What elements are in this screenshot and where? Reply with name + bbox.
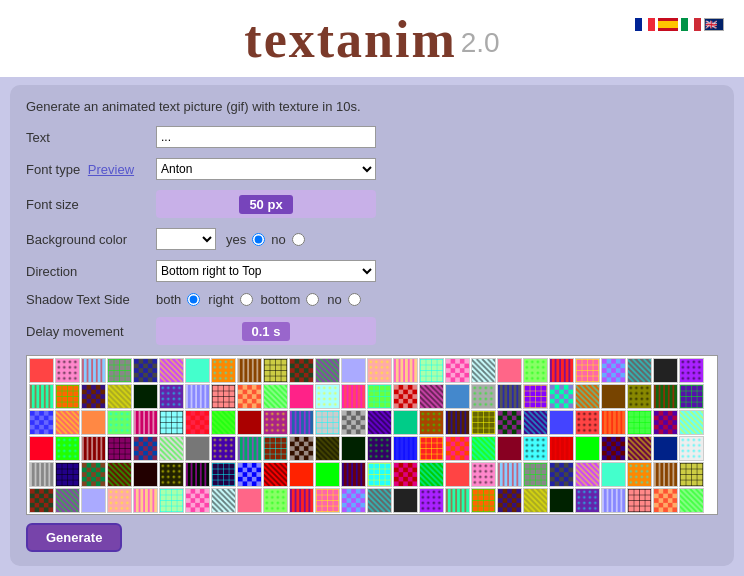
texture-cell[interactable]: [393, 488, 418, 513]
texture-cell[interactable]: [523, 410, 548, 435]
texture-cell[interactable]: [393, 410, 418, 435]
texture-cell[interactable]: [107, 358, 132, 383]
texture-cell[interactable]: [445, 410, 470, 435]
bg-color-select[interactable]: [156, 228, 216, 250]
texture-cell[interactable]: [211, 436, 236, 461]
texture-cell[interactable]: [211, 358, 236, 383]
texture-cell[interactable]: [185, 384, 210, 409]
texture-cell[interactable]: [497, 488, 522, 513]
texture-cell[interactable]: [367, 436, 392, 461]
texture-cell[interactable]: [185, 462, 210, 487]
texture-grid-container[interactable]: [26, 355, 718, 515]
texture-cell[interactable]: [263, 462, 288, 487]
texture-cell[interactable]: [549, 410, 574, 435]
texture-cell[interactable]: [679, 436, 704, 461]
texture-cell[interactable]: [107, 462, 132, 487]
texture-cell[interactable]: [575, 384, 600, 409]
texture-cell[interactable]: [133, 436, 158, 461]
texture-cell[interactable]: [445, 358, 470, 383]
texture-cell[interactable]: [653, 462, 678, 487]
texture-cell[interactable]: [55, 384, 80, 409]
texture-cell[interactable]: [601, 462, 626, 487]
texture-cell[interactable]: [341, 488, 366, 513]
texture-cell[interactable]: [55, 488, 80, 513]
texture-cell[interactable]: [341, 462, 366, 487]
texture-cell[interactable]: [653, 384, 678, 409]
texture-cell[interactable]: [29, 514, 54, 515]
texture-cell[interactable]: [601, 384, 626, 409]
texture-cell[interactable]: [419, 436, 444, 461]
texture-cell[interactable]: [393, 462, 418, 487]
texture-cell[interactable]: [211, 514, 236, 515]
texture-cell[interactable]: [393, 384, 418, 409]
shadow-both-radio[interactable]: [187, 293, 200, 306]
texture-cell[interactable]: [575, 410, 600, 435]
texture-cell[interactable]: [81, 358, 106, 383]
shadow-no-radio[interactable]: [348, 293, 361, 306]
texture-cell[interactable]: [159, 488, 184, 513]
texture-cell[interactable]: [289, 436, 314, 461]
texture-cell[interactable]: [315, 462, 340, 487]
texture-cell[interactable]: [627, 436, 652, 461]
texture-cell[interactable]: [497, 436, 522, 461]
texture-cell[interactable]: [81, 462, 106, 487]
texture-cell[interactable]: [81, 514, 106, 515]
texture-cell[interactable]: [29, 488, 54, 513]
texture-cell[interactable]: [471, 384, 496, 409]
texture-cell[interactable]: [653, 436, 678, 461]
flag-it[interactable]: [681, 18, 701, 31]
texture-cell[interactable]: [523, 488, 548, 513]
texture-cell[interactable]: [679, 462, 704, 487]
texture-cell[interactable]: [419, 358, 444, 383]
texture-cell[interactable]: [237, 358, 262, 383]
texture-cell[interactable]: [289, 384, 314, 409]
flag-es[interactable]: [658, 18, 678, 31]
texture-cell[interactable]: [159, 436, 184, 461]
text-input[interactable]: [156, 126, 376, 148]
texture-cell[interactable]: [679, 384, 704, 409]
texture-cell[interactable]: [367, 410, 392, 435]
texture-cell[interactable]: [367, 462, 392, 487]
texture-cell[interactable]: [419, 488, 444, 513]
texture-cell[interactable]: [289, 514, 314, 515]
texture-cell[interactable]: [237, 488, 262, 513]
texture-cell[interactable]: [549, 358, 574, 383]
texture-cell[interactable]: [445, 436, 470, 461]
texture-cell[interactable]: [523, 462, 548, 487]
texture-cell[interactable]: [575, 436, 600, 461]
texture-cell[interactable]: [185, 488, 210, 513]
texture-cell[interactable]: [627, 384, 652, 409]
direction-select[interactable]: Bottom right to Top Left to Right Right …: [156, 260, 376, 282]
texture-cell[interactable]: [133, 488, 158, 513]
texture-cell[interactable]: [627, 358, 652, 383]
texture-cell[interactable]: [133, 514, 158, 515]
texture-cell[interactable]: [289, 488, 314, 513]
texture-cell[interactable]: [211, 410, 236, 435]
texture-cell[interactable]: [29, 410, 54, 435]
texture-cell[interactable]: [601, 410, 626, 435]
texture-cell[interactable]: [679, 488, 704, 513]
texture-cell[interactable]: [107, 384, 132, 409]
texture-cell[interactable]: [211, 488, 236, 513]
texture-cell[interactable]: [29, 462, 54, 487]
texture-cell[interactable]: [133, 384, 158, 409]
flag-en[interactable]: [704, 18, 724, 31]
texture-cell[interactable]: [81, 436, 106, 461]
texture-cell[interactable]: [653, 410, 678, 435]
texture-cell[interactable]: [263, 514, 288, 515]
texture-cell[interactable]: [211, 384, 236, 409]
texture-cell[interactable]: [237, 462, 262, 487]
texture-cell[interactable]: [549, 436, 574, 461]
texture-cell[interactable]: [185, 436, 210, 461]
texture-cell[interactable]: [341, 514, 366, 515]
texture-cell[interactable]: [29, 384, 54, 409]
texture-cell[interactable]: [367, 488, 392, 513]
texture-cell[interactable]: [445, 462, 470, 487]
texture-cell[interactable]: [107, 436, 132, 461]
texture-cell[interactable]: [81, 488, 106, 513]
font-select[interactable]: Anton Arial Times New Roman Courier New …: [156, 158, 376, 180]
texture-cell[interactable]: [393, 358, 418, 383]
texture-cell[interactable]: [341, 410, 366, 435]
texture-cell[interactable]: [471, 410, 496, 435]
texture-cell[interactable]: [289, 358, 314, 383]
